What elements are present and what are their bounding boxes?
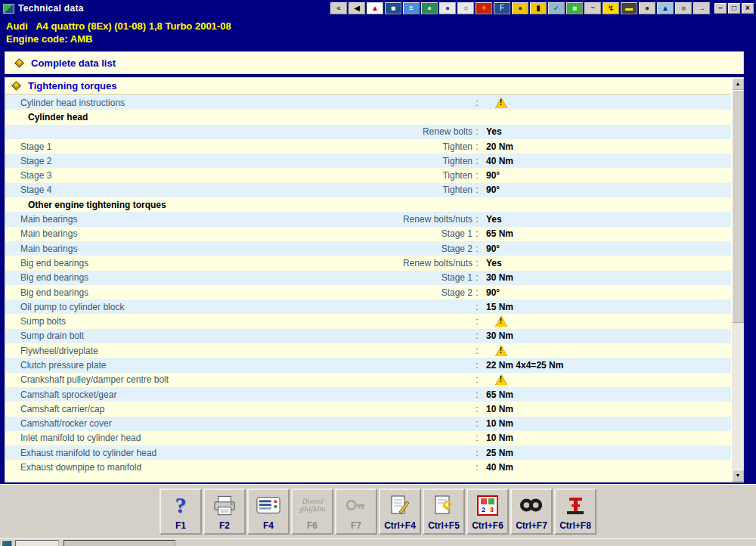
parts-button[interactable]: 23Ctrl+F6 [466,489,509,535]
row-left-cell: Stage 4Tighten [5,185,472,195]
electrics-icon[interactable]: ↯ [603,2,619,14]
tyres-icon [512,490,551,520]
taskbar-tray-fragment [64,540,175,546]
parts-icon: 23 [468,490,507,520]
battery-icon[interactable]: ▬ [621,2,637,14]
row-left-cell: Renew bolts [5,126,472,137]
close-button[interactable]: × [742,3,754,14]
row-name: Camshaft sprocket/gear [20,389,116,400]
torque-rows: Cylinder head instructions:Cylinder head… [5,95,731,482]
scroll-up-button[interactable]: ▲ [732,78,744,90]
scroll-down-button[interactable]: ▼ [732,470,744,482]
row-value [482,98,731,108]
complete-data-list-bar[interactable]: Complete data list [5,51,744,74]
exit-icon[interactable]: → [693,2,710,14]
diamond-icon [14,58,24,68]
components-icon[interactable]: ■ [566,2,583,14]
data-list-button[interactable]: F4 [247,489,290,535]
notes-button[interactable]: Ctrl+F4 [379,489,421,535]
titlebar-toolbar: «◀▲■≡●●○+F●▮✓■~↯▬●▲■→ [330,2,710,14]
lubricants-icon[interactable]: ▮ [530,2,547,14]
scrollbar-thumb[interactable] [732,90,744,323]
function-key-label: Ctrl+F4 [384,520,416,533]
colon-separator: : [472,316,482,327]
row-name: Main bearings [20,244,77,254]
warning-icon[interactable] [495,374,507,385]
table-row: Renew bolts:Yes [5,125,731,139]
lift-button[interactable]: Ctrl+F8 [554,489,596,535]
colon-separator: : [472,448,482,458]
first-record-icon[interactable]: « [330,2,347,14]
vertical-scrollbar[interactable]: ▲ ▼ [731,78,743,482]
warning-icon[interactable] [495,98,507,108]
row-left-cell: Big end bearingsStage 1 [5,272,472,283]
table-row: Oil pump to cylinder block:15 Nm [5,299,731,314]
start-button-fragment[interactable] [2,540,12,546]
row-label: Stage 1 [442,228,472,239]
globe-icon[interactable]: ● [421,2,438,14]
question-mark-glyph: ? [175,494,187,517]
row-label: Stage 2 [442,244,472,254]
row-left-cell: Camshaft sprocket/gear [5,389,472,400]
lifting-icon[interactable]: ▲ [657,2,674,14]
previous-record-icon[interactable]: ◀ [349,2,365,14]
row-value: 90° [482,185,731,195]
function-key-label: F4 [263,520,274,533]
row-value [482,316,731,327]
table-row: Main bearingsStage 2:90° [5,241,731,256]
print-icon[interactable]: ■ [675,2,692,14]
row-name: Exhaust downpipe to manifold [20,462,141,473]
timing-clock-icon[interactable]: ○ [457,2,474,14]
drawings-icon[interactable]: ≡ [403,2,420,14]
tyres-button[interactable]: Ctrl+F7 [510,489,553,535]
row-label: Stage 1 [442,272,472,283]
row-left-cell: Inlet manifold to cylinder head [5,433,472,443]
colon-separator: : [472,346,482,356]
hazard-warning-icon[interactable]: ▲ [367,2,383,14]
service-check-icon[interactable]: ✓ [548,2,565,14]
row-value: 30 Nm [482,330,731,341]
wheels-icon[interactable]: ● [639,2,655,14]
table-row: Crankshaft pulley/damper centre bolt: [5,373,731,387]
wiring-icon[interactable]: ~ [584,2,601,14]
table-row: Big end bearingsRenew bolts/nuts:Yes [5,256,731,270]
row-left-cell: Main bearingsStage 1 [5,228,472,239]
warning-icon[interactable] [495,346,507,356]
table-row: Clutch pressure plate:22 Nm 4x4=25 Nm [5,358,731,372]
function-key-label: F2 [219,520,230,533]
row-value: 90° [482,287,731,298]
maximize-button[interactable]: □ [728,3,740,14]
function-key-label: F1 [175,520,186,533]
row-label: Tighten [442,141,472,152]
repair-times-icon[interactable]: + [476,2,492,14]
function-key-label: Ctrl+F5 [428,520,460,533]
row-left-cell: Exhaust manifold to cylinder head [5,448,472,458]
engine-icon[interactable]: ● [512,2,528,14]
technical-data-icon[interactable]: ■ [385,2,401,14]
panel-icon [249,490,288,520]
colon-separator: : [472,126,482,137]
minimize-button[interactable]: – [714,3,727,14]
row-name: Stage 1 [20,141,51,152]
help-button[interactable]: ?F1 [160,489,202,535]
row-value: 65 Nm [482,389,731,400]
fuses-icon[interactable]: F [494,2,510,14]
complete-data-list-link[interactable]: Complete data list [31,57,116,69]
table-row: Main bearingsStage 1:65 Nm [5,227,731,241]
row-left-cell: Main bearingsStage 2 [5,244,472,254]
row-value: 10 Nm [482,404,731,414]
print-button[interactable]: F2 [203,489,246,535]
row-name: Stage 3 [20,170,51,181]
tightening-torques-header[interactable]: Tightening torques [5,78,731,95]
row-value [482,374,731,385]
row-name: Stage 2 [20,156,51,166]
warning-icon[interactable] [495,316,507,327]
worksheet-icon [424,490,463,520]
row-name: Main bearings [20,214,77,225]
gauge-icon[interactable]: ● [439,2,456,14]
worksheet-button[interactable]: Ctrl+F5 [423,489,465,535]
colon-separator: : [472,228,482,239]
row-name: Sump drain bolt [20,330,84,341]
row-label: Renew bolts/nuts [403,214,472,225]
tightening-torques-title: Tightening torques [28,80,116,92]
